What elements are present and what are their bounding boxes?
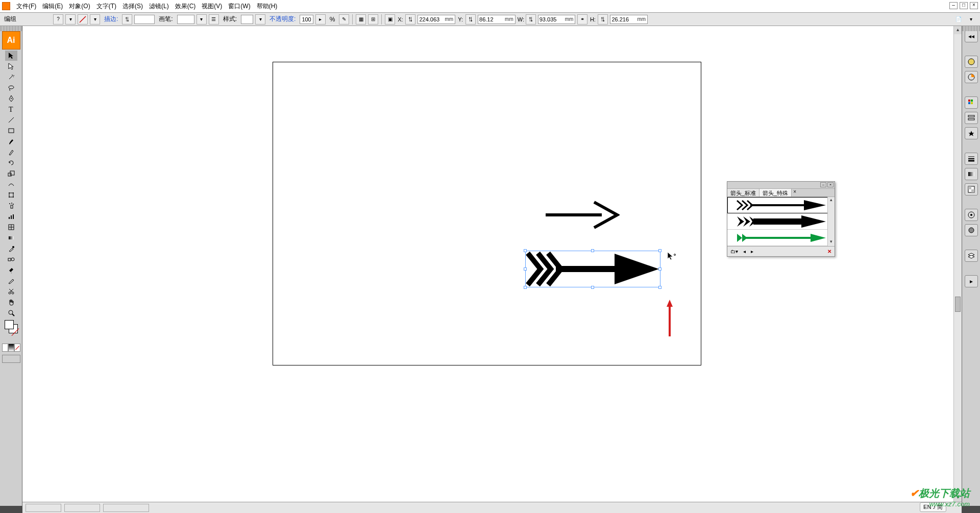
opacity-label[interactable]: 不透明度: <box>267 15 298 23</box>
brush-library-menu-icon[interactable]: 🗀▾ <box>730 249 738 254</box>
menu-view[interactable]: 视图(V) <box>199 1 225 12</box>
hand-tool[interactable] <box>5 297 17 307</box>
type-tool[interactable]: T <box>5 104 17 114</box>
panel-close-icon[interactable]: × <box>827 182 834 187</box>
panel-grip[interactable] <box>0 26 22 31</box>
opacity-dropdown-icon[interactable]: ▸ <box>315 14 326 25</box>
color-mode-none[interactable] <box>14 344 20 352</box>
go-to-bridge-icon[interactable]: 📄 <box>953 14 964 25</box>
tab-arrows-standard[interactable]: 箭头_标准 <box>727 189 760 197</box>
panel-symbols-icon[interactable] <box>965 127 978 139</box>
stroke-dropdown-icon[interactable]: ▾ <box>90 14 100 25</box>
fill-stroke-swatch[interactable] <box>5 320 18 333</box>
graph-tool[interactable] <box>5 211 17 222</box>
panel-titlebar[interactable]: – × <box>727 182 835 189</box>
brushes-panel[interactable]: – × 箭头_标准 箭头_特殊 × <box>727 181 835 257</box>
minimize-button[interactable]: – <box>949 2 958 9</box>
recolor-button[interactable]: ✎ <box>339 14 349 25</box>
panel-swatches-icon[interactable] <box>965 96 978 109</box>
menu-window[interactable]: 窗口(W) <box>225 1 253 12</box>
tab-close-icon[interactable]: × <box>792 189 798 197</box>
brush-row-fletched-solid[interactable] <box>727 213 835 230</box>
line-tool[interactable] <box>5 115 17 125</box>
brush-row-green[interactable] <box>727 230 835 246</box>
scroll-down-icon[interactable]: ▾ <box>828 239 835 246</box>
x-field[interactable]: mm <box>418 15 455 24</box>
selection-tool[interactable] <box>5 51 17 61</box>
menu-file[interactable]: 文件(F) <box>13 1 39 12</box>
close-button[interactable]: × <box>970 2 978 9</box>
live-paint-tool[interactable] <box>5 265 17 275</box>
menu-filter[interactable]: 滤镜(L) <box>146 1 172 12</box>
scroll-thumb[interactable] <box>955 297 961 312</box>
color-mode-gradient[interactable] <box>8 344 14 352</box>
scroll-up-icon[interactable]: ▴ <box>828 197 835 204</box>
artboard-nav-field[interactable] <box>64 504 100 512</box>
h-field[interactable]: mm <box>610 15 648 24</box>
brush-field[interactable] <box>177 15 194 24</box>
panel-collapse-icon[interactable]: ▸ <box>965 275 978 287</box>
link-wh-icon[interactable]: ⚭ <box>577 14 587 25</box>
stroke-label[interactable]: 描边: <box>102 15 120 23</box>
panel-colorguide-icon[interactable] <box>965 71 978 83</box>
slice-tool[interactable] <box>5 276 17 286</box>
x-stepper[interactable]: ⮁ <box>405 14 415 25</box>
canvas-arrow-simple[interactable] <box>543 194 620 235</box>
menu-effect[interactable]: 效果(C) <box>172 1 199 12</box>
fill-dropdown-icon[interactable]: ▾ <box>65 14 76 25</box>
fill-color-icon[interactable] <box>5 320 14 329</box>
mesh-tool[interactable] <box>5 222 17 232</box>
style-field[interactable] <box>241 15 253 24</box>
brush-scrollbar[interactable]: ▴ ▾ <box>827 197 835 246</box>
panel-color-icon[interactable] <box>965 56 978 68</box>
brush-options-icon[interactable]: ☰ <box>209 14 219 25</box>
direct-selection-tool[interactable] <box>5 61 17 71</box>
blend-tool[interactable] <box>5 254 17 264</box>
menu-type[interactable]: 文字(T) <box>93 1 119 12</box>
brush-delete-icon[interactable]: ✕ <box>827 249 831 254</box>
menu-help[interactable]: 帮助(H) <box>254 1 281 12</box>
fill-swatch-button[interactable]: ? <box>53 14 63 25</box>
warp-tool[interactable] <box>5 179 17 189</box>
brush-row-fletched-outline[interactable] <box>727 197 835 213</box>
vertical-scrollbar[interactable]: ▴ ▾ <box>953 26 962 502</box>
free-transform-tool[interactable] <box>5 190 17 200</box>
panel-stroke-icon[interactable] <box>965 153 978 165</box>
magic-wand-tool[interactable] <box>5 72 17 82</box>
menu-object[interactable]: 对象(O) <box>66 1 93 12</box>
gradient-tool[interactable] <box>5 233 17 243</box>
scissors-tool[interactable] <box>5 286 17 297</box>
brush-next-icon[interactable]: ▸ <box>751 249 753 254</box>
style-dropdown-icon[interactable]: ▾ <box>255 14 265 25</box>
panel-appearance-icon[interactable] <box>965 209 978 221</box>
panel-transparency-icon[interactable] <box>965 183 978 196</box>
stroke-weight-field[interactable] <box>134 15 155 24</box>
transform-panel-icon[interactable]: ⊞ <box>368 14 378 25</box>
opacity-field[interactable]: 100 <box>300 15 313 24</box>
reference-point-icon[interactable]: ▣ <box>385 14 395 25</box>
brush-prev-icon[interactable]: ◂ <box>743 249 746 254</box>
panel-graphicstyles-icon[interactable] <box>965 224 978 236</box>
maximize-button[interactable]: □ <box>960 2 968 9</box>
menu-select[interactable]: 选择(S) <box>119 1 146 12</box>
pencil-tool[interactable] <box>5 147 17 157</box>
canvas-stage[interactable]: ▴ ▾ <box>22 26 962 502</box>
align-selection-icon[interactable]: ▦ <box>356 14 366 25</box>
brush-dropdown-icon[interactable]: ▾ <box>197 14 207 25</box>
zoom-tool[interactable] <box>5 308 17 318</box>
symbol-sprayer-tool[interactable] <box>5 201 17 211</box>
scroll-up-icon[interactable]: ▴ <box>954 26 962 34</box>
h-stepper[interactable]: ⮁ <box>598 14 608 25</box>
paintbrush-tool[interactable] <box>5 136 17 146</box>
tab-arrows-special[interactable]: 箭头_特殊 <box>760 189 792 197</box>
arrange-documents-icon[interactable]: ▾ <box>966 14 976 25</box>
screen-mode-normal[interactable] <box>2 355 20 363</box>
zoom-field[interactable] <box>26 504 61 512</box>
panel-minimize-icon[interactable]: – <box>820 182 826 187</box>
panel-layers-icon[interactable] <box>965 250 978 262</box>
panel-gradient-icon[interactable] <box>965 168 978 180</box>
y-stepper[interactable]: ⮁ <box>465 14 476 25</box>
w-field[interactable]: mm <box>538 15 576 24</box>
scale-tool[interactable] <box>5 168 17 179</box>
eyedropper-tool[interactable] <box>5 243 17 254</box>
